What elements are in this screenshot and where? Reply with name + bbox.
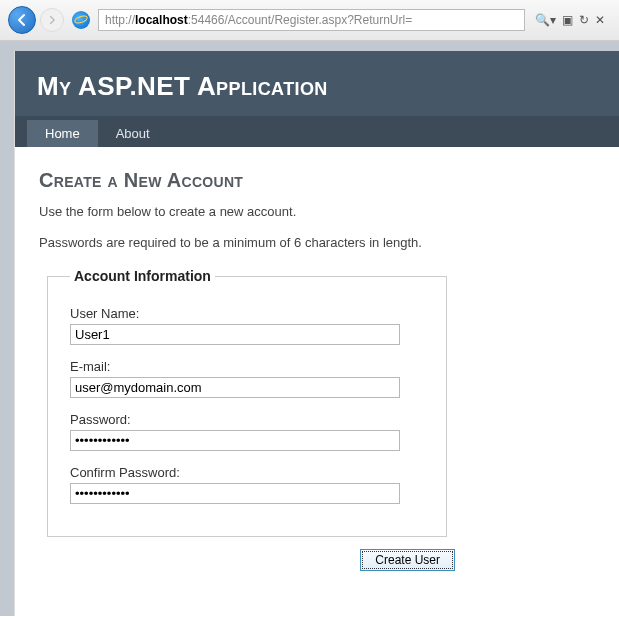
toolbar-icons: 🔍▾ ▣ ↻ ✕ <box>529 13 611 27</box>
email-label: E-mail: <box>70 359 424 374</box>
field-username: User Name: <box>70 306 424 345</box>
tab-about[interactable]: About <box>98 120 168 147</box>
app-banner: My ASP.NET Application <box>15 51 619 120</box>
field-confirm: Confirm Password: <box>70 465 424 504</box>
email-input[interactable] <box>70 377 400 398</box>
confirm-input[interactable] <box>70 483 400 504</box>
nav-tabs: Home About <box>15 120 619 147</box>
search-icon[interactable]: 🔍▾ <box>535 13 556 27</box>
intro-text: Use the form below to create a new accou… <box>39 204 595 219</box>
account-fieldset: Account Information User Name: E-mail: P… <box>47 268 447 537</box>
password-note: Passwords are required to be a minimum o… <box>39 235 595 250</box>
confirm-label: Confirm Password: <box>70 465 424 480</box>
address-bar[interactable]: http://localhost:54466/Account/Register.… <box>98 9 525 31</box>
tab-home[interactable]: Home <box>27 120 98 147</box>
refresh-icon[interactable]: ↻ <box>579 13 589 27</box>
password-input[interactable] <box>70 430 400 451</box>
page-content: My ASP.NET Application Home About Create… <box>14 51 619 616</box>
create-user-button[interactable]: Create User <box>360 549 455 571</box>
field-password: Password: <box>70 412 424 451</box>
username-label: User Name: <box>70 306 424 321</box>
username-input[interactable] <box>70 324 400 345</box>
app-title: My ASP.NET Application <box>37 71 597 102</box>
password-label: Password: <box>70 412 424 427</box>
page-heading: Create a New Account <box>39 169 595 192</box>
browser-toolbar: http://localhost:54466/Account/Register.… <box>0 0 619 41</box>
forward-button[interactable] <box>40 8 64 32</box>
submit-row: Create User <box>47 549 455 571</box>
fieldset-legend: Account Information <box>70 268 215 284</box>
viewport: My ASP.NET Application Home About Create… <box>0 41 619 616</box>
ie-icon <box>72 11 90 29</box>
content-area: Create a New Account Use the form below … <box>15 147 619 593</box>
back-button[interactable] <box>8 6 36 34</box>
stop-icon[interactable]: ✕ <box>595 13 605 27</box>
field-email: E-mail: <box>70 359 424 398</box>
compat-icon[interactable]: ▣ <box>562 13 573 27</box>
url-host: localhost <box>135 13 188 27</box>
url-protocol: http:// <box>105 13 135 27</box>
url-path: :54466/Account/Register.aspx?ReturnUrl= <box>188 13 412 27</box>
